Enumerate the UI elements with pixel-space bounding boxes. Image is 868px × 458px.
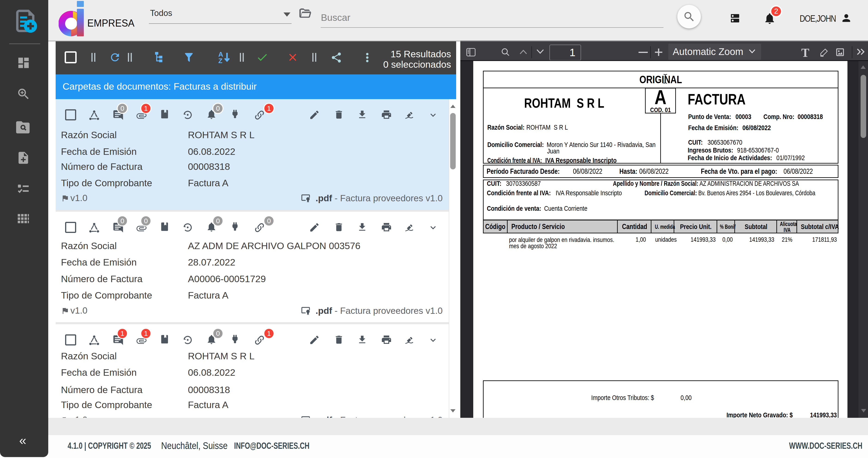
svg-text:Z: Z — [218, 57, 222, 64]
